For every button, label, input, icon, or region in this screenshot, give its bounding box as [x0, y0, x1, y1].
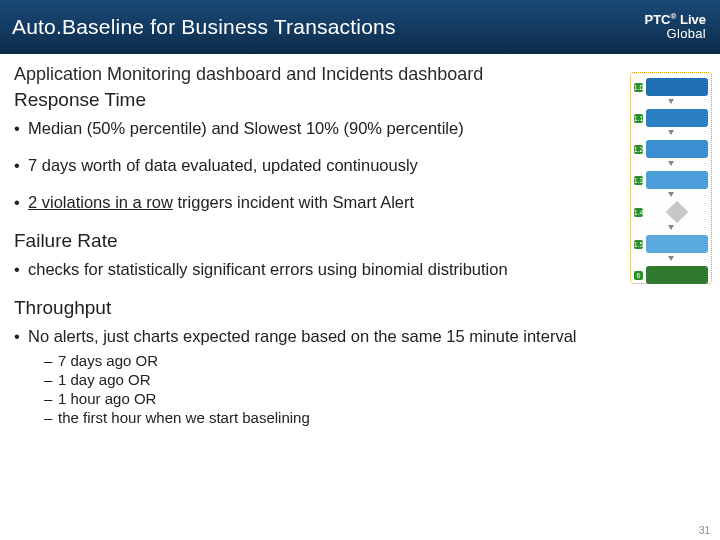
bullet-list-failure-rate: checks for statistically significant err…	[14, 260, 706, 279]
sub-bullet-item: the first hour when we start baselining	[28, 409, 706, 426]
arrow-down-icon	[668, 192, 674, 197]
decision-diamond-icon	[666, 201, 689, 224]
bullet-item: 7 days worth of data evaluated, updated …	[14, 156, 706, 175]
bullet-list-throughput: No alerts, just charts expected range ba…	[14, 327, 706, 426]
bullet-item: Median (50% percentile) and Slowest 10% …	[14, 119, 706, 138]
flow-step: 1.2	[634, 140, 708, 158]
underlined-text: 2 violations in a row	[28, 193, 173, 211]
flow-step: 1.4	[634, 202, 708, 222]
subtitle: Application Monitoring dashboard and Inc…	[14, 64, 706, 85]
flow-step: 1.1	[634, 109, 708, 127]
arrow-down-icon	[668, 256, 674, 261]
sub-bullet-item: 1 day ago OR	[28, 371, 706, 388]
brand-bottom: Global	[644, 27, 706, 41]
bullet-item: checks for statistically significant err…	[14, 260, 706, 279]
flow-box	[646, 78, 708, 96]
bullet-list-response-time: Median (50% percentile) and Slowest 10% …	[14, 119, 706, 212]
brand-top: PTC® Live	[644, 13, 706, 27]
brand-logo: PTC® Live Global	[644, 13, 706, 41]
sub-bullet-item: 1 hour ago OR	[28, 390, 706, 407]
flow-box	[646, 235, 708, 253]
page-number: 31	[699, 525, 710, 536]
slide-header: Auto.Baseline for Business Transactions …	[0, 0, 720, 54]
section-heading-response-time: Response Time	[14, 89, 706, 111]
arrow-down-icon	[668, 99, 674, 104]
arrow-down-icon	[668, 225, 674, 230]
section-heading-failure-rate: Failure Rate	[14, 230, 706, 252]
flow-box	[646, 171, 708, 189]
flow-box	[646, 109, 708, 127]
slide-body: Application Monitoring dashboard and Inc…	[0, 54, 720, 426]
arrow-down-icon	[668, 130, 674, 135]
flowchart-sidebar: 1.0 1.1 1.2 1.3 1.4 1.5 6	[630, 72, 712, 284]
slide-title: Auto.Baseline for Business Transactions	[12, 15, 396, 39]
flow-step: 1.3	[634, 171, 708, 189]
flow-step: 6	[634, 266, 708, 284]
flow-box	[646, 266, 708, 284]
flow-step: 1.0	[634, 78, 708, 96]
flow-step: 1.5	[634, 235, 708, 253]
arrow-down-icon	[668, 161, 674, 166]
bullet-item: No alerts, just charts expected range ba…	[14, 327, 706, 426]
flow-box	[646, 140, 708, 158]
bullet-item: 2 violations in a row triggers incident …	[14, 193, 706, 212]
section-heading-throughput: Throughput	[14, 297, 706, 319]
sub-bullet-item: 7 days ago OR	[28, 352, 706, 369]
sub-bullet-list: 7 days ago OR 1 day ago OR 1 hour ago OR…	[28, 352, 706, 426]
